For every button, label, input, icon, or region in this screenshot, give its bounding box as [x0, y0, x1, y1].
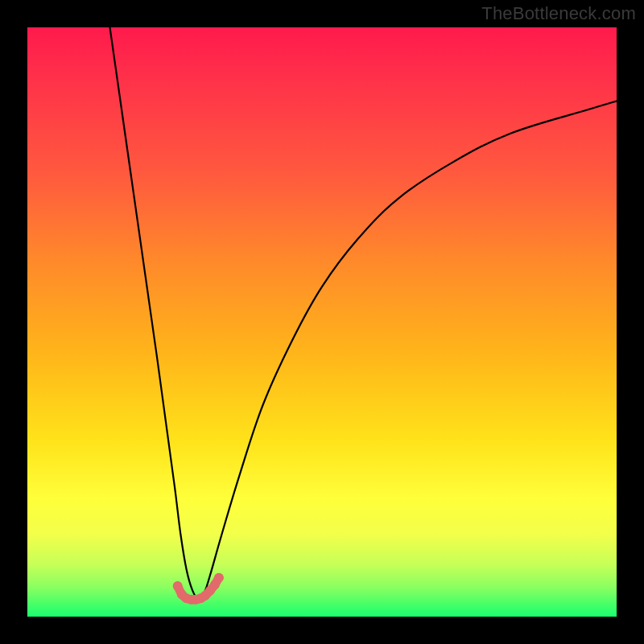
main-curve	[109, 27, 617, 599]
watermark-text: TheBottleneck.com	[481, 3, 636, 24]
chart-svg	[27, 27, 617, 617]
marker-band-stroke	[178, 578, 219, 600]
chart-frame: TheBottleneck.com	[0, 0, 644, 644]
plot-area	[27, 27, 617, 617]
